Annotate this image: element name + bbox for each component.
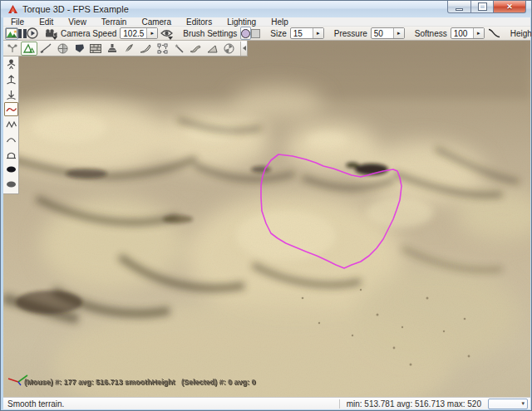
shield-blob-icon bbox=[74, 43, 85, 53]
status-message: Smooth terrain. bbox=[3, 399, 339, 409]
circle-brush-button[interactable] bbox=[240, 27, 251, 40]
toolbar-collapse-handle[interactable] bbox=[240, 42, 247, 56]
pause-icon bbox=[18, 29, 27, 38]
visibility-menu-button[interactable] bbox=[160, 27, 173, 40]
close-button[interactable]: ✕ bbox=[494, 1, 526, 13]
window-title: Torque 3D - FPS Example bbox=[22, 4, 129, 14]
menu-view[interactable]: View bbox=[61, 17, 94, 27]
brush-size-value[interactable]: 15 bbox=[291, 28, 313, 38]
maximize-button[interactable] bbox=[471, 1, 494, 13]
lower-height-icon bbox=[6, 89, 17, 100]
smooth-slope-tool[interactable] bbox=[4, 132, 18, 146]
pause-button[interactable] bbox=[18, 27, 27, 40]
camera-speed-spinner[interactable]: 102.5 ▸ bbox=[120, 27, 158, 39]
menu-terrain[interactable]: Terrain bbox=[94, 17, 135, 27]
smooth-height-tool[interactable] bbox=[4, 102, 18, 116]
terrain-render bbox=[3, 41, 530, 397]
smooth-slope-icon bbox=[6, 134, 17, 144]
tool-bricks[interactable] bbox=[87, 42, 104, 56]
menu-file[interactable]: File bbox=[3, 17, 32, 27]
tool-ramp[interactable] bbox=[137, 42, 154, 56]
swoosh-icon bbox=[190, 44, 201, 53]
set-empty-icon bbox=[6, 165, 17, 174]
set-empty-tool[interactable] bbox=[4, 162, 18, 176]
camera-menu-button[interactable] bbox=[45, 27, 57, 40]
brush-softness-value[interactable]: 100 bbox=[451, 28, 473, 38]
falloff-curve-button[interactable] bbox=[488, 27, 500, 40]
brush-settings-label: Brush Settings bbox=[183, 29, 237, 38]
menu-camera[interactable]: Camera bbox=[134, 17, 179, 27]
tool-fan[interactable] bbox=[220, 42, 237, 56]
raise-height-tool[interactable] bbox=[4, 72, 18, 86]
dropdown-arrow-icon bbox=[52, 37, 57, 40]
status-bar: Smooth terrain. min: 513.781 avg: 516.71… bbox=[3, 397, 530, 409]
tool-mesh[interactable] bbox=[71, 42, 87, 56]
tool-slope[interactable] bbox=[204, 42, 220, 56]
mountain-icon bbox=[23, 43, 35, 53]
play-button[interactable] bbox=[27, 27, 38, 40]
brush-softness-label: Softness bbox=[415, 29, 447, 38]
tool-swoosh[interactable] bbox=[187, 42, 204, 56]
world-editor-button[interactable] bbox=[5, 27, 18, 40]
tool-magic-wand[interactable] bbox=[170, 42, 187, 56]
flatten-height-icon bbox=[6, 149, 17, 159]
menu-editors[interactable]: Editors bbox=[179, 17, 219, 27]
lower-height-tool[interactable] bbox=[4, 87, 18, 101]
brush-softness-spinner[interactable]: 100 ▸ bbox=[451, 27, 485, 39]
tool-line[interactable] bbox=[37, 42, 54, 56]
menu-bar: File Edit View Terrain Camera Editors Li… bbox=[3, 17, 530, 27]
brush-pressure-spinner[interactable]: 50 ▸ bbox=[371, 27, 405, 39]
status-combobox[interactable]: ▾ bbox=[488, 399, 528, 409]
camera-speed-value[interactable]: 102.5 bbox=[121, 28, 146, 38]
menu-edit[interactable]: Edit bbox=[32, 17, 61, 27]
play-icon bbox=[27, 27, 38, 39]
raise-height-icon bbox=[6, 74, 17, 85]
paint-noise-tool[interactable] bbox=[4, 117, 18, 131]
minimize-icon bbox=[456, 8, 463, 11]
combo-dropdown-icon: ▾ bbox=[521, 400, 527, 407]
smooth-height-icon bbox=[6, 104, 17, 115]
brush-softness-expand-button[interactable]: ▸ bbox=[473, 28, 484, 38]
circle-brush-icon bbox=[241, 29, 250, 38]
wand-icon bbox=[174, 43, 185, 54]
box-brush-icon bbox=[251, 29, 260, 38]
brush-size-spinner[interactable]: 15 ▸ bbox=[290, 27, 324, 39]
camera-speed-expand-button[interactable]: ▸ bbox=[146, 28, 157, 38]
axis-jack-icon bbox=[7, 43, 17, 53]
paint-noise-icon bbox=[6, 119, 17, 130]
window: Torque 3D - FPS Example ✕ File Edit View… bbox=[0, 0, 532, 411]
brush-pressure-value[interactable]: 50 bbox=[372, 28, 393, 38]
tool-axis-gizmo[interactable] bbox=[4, 42, 21, 56]
mountain-scene-icon bbox=[6, 28, 17, 38]
selected-stats-overlay: (Selected) #: 0 avg: 0 bbox=[181, 378, 256, 386]
tool-feather[interactable] bbox=[121, 42, 137, 56]
terrain-stats: min: 513.781 avg: 516.713 max: 520 bbox=[340, 399, 488, 409]
brush-pressure-expand-button[interactable]: ▸ bbox=[393, 28, 404, 38]
mouse-stats-overlay: (Mouse) #: 177 avg: 516.713 smoothHeight bbox=[24, 378, 175, 386]
brush-height-label: Height bbox=[510, 29, 532, 38]
fan-icon bbox=[224, 43, 234, 54]
sphere-icon bbox=[57, 43, 68, 54]
brush-size-expand-button[interactable]: ▸ bbox=[313, 28, 323, 38]
ramp-icon bbox=[140, 44, 151, 53]
clear-empty-tool[interactable] bbox=[4, 177, 18, 191]
tool-sphere[interactable] bbox=[54, 42, 71, 56]
terrain-viewport[interactable]: (Mouse) #: 177 avg: 516.713 smoothHeight… bbox=[3, 41, 530, 397]
clear-empty-icon bbox=[6, 180, 17, 188]
titlebar[interactable]: Torque 3D - FPS Example ✕ bbox=[1, 1, 532, 17]
brush-size-label: Size bbox=[270, 29, 286, 38]
slope-icon bbox=[207, 44, 218, 53]
grab-terrain-tool[interactable] bbox=[4, 57, 18, 71]
tool-marquee-select[interactable] bbox=[154, 42, 170, 56]
marquee-icon bbox=[157, 43, 168, 54]
menu-help[interactable]: Help bbox=[264, 17, 296, 27]
minimize-button[interactable] bbox=[447, 1, 471, 13]
tool-stamp[interactable] bbox=[104, 42, 121, 56]
main-toolbar: Camera Speed 102.5 ▸ Brush Settings Size… bbox=[3, 27, 530, 41]
camera-speed-label: Camera Speed bbox=[61, 29, 116, 38]
menu-lighting[interactable]: Lighting bbox=[219, 17, 264, 27]
flatten-height-tool[interactable] bbox=[4, 147, 18, 161]
tool-terrain-editor[interactable] bbox=[21, 42, 37, 56]
torque-app-icon bbox=[7, 3, 18, 15]
box-brush-button[interactable] bbox=[251, 27, 260, 40]
